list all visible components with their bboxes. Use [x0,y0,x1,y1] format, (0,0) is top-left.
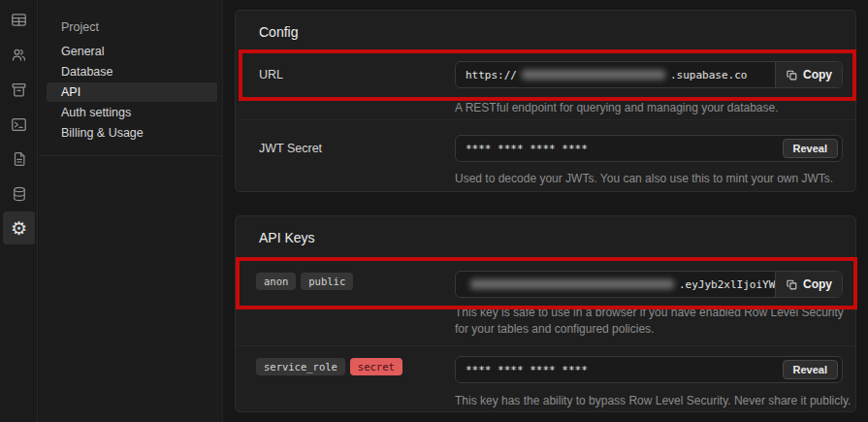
anon-badge: anon [256,273,296,290]
sidebar-item-general[interactable]: General [47,42,217,61]
api-keys-card: API Keys anon public .eyJyb2xlIjoiYW5vbi… [235,215,856,412]
url-input[interactable]: https:// .supabase.co Copy [455,61,843,88]
settings-sidebar: Project General Database API Auth settin… [39,0,223,422]
service-key-input[interactable]: **** **** **** **** Reveal [455,356,843,383]
docs-file-icon[interactable] [0,143,38,176]
sidebar-divider [39,155,223,156]
service-key-helper-text: This key has the ability to bypass Row L… [455,393,852,409]
anon-key-value: .eyJyb2xlIjoiYW5vbiIs [456,272,775,297]
anon-key-copy-button[interactable]: Copy [775,272,842,297]
service-role-badge: service_role [256,358,345,375]
url-copy-button[interactable]: Copy [775,62,842,87]
redacted-url-segment [522,70,665,80]
table-editor-icon[interactable] [0,3,38,36]
redacted-anon-key-segment [470,279,674,289]
api-keys-card-title: API Keys [259,230,315,245]
url-label: URL [259,68,283,81]
icon-rail: ⚙ [0,0,38,422]
jwt-secret-input[interactable]: **** **** **** **** Reveal [455,135,843,162]
sql-terminal-icon[interactable] [0,108,38,141]
url-value: https:// .supabase.co [456,62,775,87]
copy-label: Copy [803,277,832,291]
anon-key-badges: anon public [256,273,353,290]
sidebar-item-auth-settings[interactable]: Auth settings [47,103,217,122]
copy-icon [786,69,798,81]
row-divider [236,259,855,260]
config-card-title: Config [259,24,298,40]
anon-key-input[interactable]: .eyJyb2xlIjoiYW5vbiIs Copy [455,271,843,298]
sidebar-item-api[interactable]: API [47,82,217,102]
gear-glyph: ⚙ [11,219,27,238]
service-key-reveal-button[interactable]: Reveal [783,360,838,379]
settings-gear-icon[interactable]: ⚙ [3,211,35,244]
row-divider [236,345,855,346]
jwt-helper-text: Used to decode your JWTs. You can also u… [455,171,852,187]
sidebar-section-header: Project [61,20,99,34]
jwt-secret-label: JWT Secret [259,142,322,155]
database-icon[interactable] [0,178,38,211]
sidebar-item-billing-usage[interactable]: Billing & Usage [47,123,217,143]
copy-label: Copy [803,68,832,81]
service-key-badges: service_role secret [256,358,402,375]
jwt-reveal-button[interactable]: Reveal [783,139,838,158]
sidebar-item-database[interactable]: Database [47,62,217,81]
public-badge: public [301,273,353,290]
anon-key-helper-text: This key is safe to use in a browser if … [455,305,852,338]
storage-icon[interactable] [0,73,38,106]
secret-badge: secret [350,358,402,375]
app-window: ⚙ Project General Database API Auth sett… [0,0,868,422]
url-helper-text: A RESTful endpoint for querying and mana… [455,100,852,116]
config-card: Config URL https:// .supabase.co Copy A … [235,10,856,192]
row-divider [236,119,855,120]
copy-icon [786,278,798,291]
authentication-users-icon[interactable] [0,38,38,71]
